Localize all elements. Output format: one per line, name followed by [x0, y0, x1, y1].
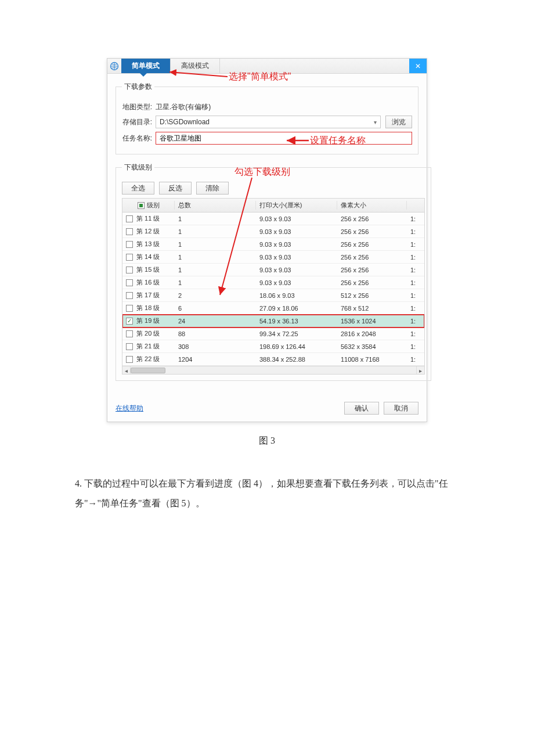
row-pixel-size: 256 x 256: [337, 254, 407, 261]
download-params-group: 下载参数 地图类型: 卫星.谷歌(有偏移) 存储目录: D:\SGDownloa…: [116, 82, 418, 154]
row-print-size: 27.09 x 18.06: [256, 305, 337, 312]
row-count: 1: [175, 215, 256, 222]
row-scale: 1:: [407, 267, 424, 273]
row-scale: 1:: [407, 305, 424, 312]
row-count: 1: [175, 228, 256, 235]
online-help-link[interactable]: 在线帮助: [116, 404, 143, 413]
table-row[interactable]: 第 22 级1204388.34 x 252.8811008 x 71681:: [122, 353, 424, 366]
download-levels-legend: 下载级别: [122, 163, 154, 172]
row-scale: 1:: [407, 254, 424, 261]
header-level: 级别: [147, 201, 160, 210]
row-checkbox[interactable]: [126, 305, 133, 312]
map-type-value: 卫星.谷歌(有偏移): [156, 102, 412, 112]
invert-select-button[interactable]: 反选: [159, 182, 192, 195]
map-type-label: 地图类型:: [122, 102, 156, 112]
row-level: 第 11 级: [136, 214, 160, 223]
cancel-button[interactable]: 取消: [384, 402, 418, 415]
row-level: 第 14 级: [136, 253, 160, 261]
row-checkbox[interactable]: [126, 267, 133, 273]
row-level: 第 16 级: [136, 278, 160, 287]
header-checkbox[interactable]: [138, 202, 145, 209]
caret-down-icon: ▾: [374, 119, 377, 125]
row-pixel-size: 1536 x 1024: [337, 318, 407, 325]
table-row[interactable]: 第 13 级19.03 x 9.03256 x 2561:: [122, 238, 424, 251]
download-params-legend: 下载参数: [122, 82, 154, 92]
row-pixel-size: 256 x 256: [337, 241, 407, 248]
row-pixel-size: 512 x 256: [337, 292, 407, 299]
tab-simple-mode[interactable]: 简单模式: [121, 59, 171, 73]
row-count: 88: [175, 330, 256, 337]
row-checkbox[interactable]: [126, 343, 133, 350]
table-row[interactable]: 第 17 级218.06 x 9.03512 x 2561:: [122, 289, 424, 302]
row-level: 第 13 级: [136, 240, 160, 249]
table-row[interactable]: 第 18 级627.09 x 18.06768 x 5121:: [122, 302, 424, 315]
row-pixel-size: 256 x 256: [337, 267, 407, 273]
row-count: 1: [175, 254, 256, 261]
row-pixel-size: 5632 x 3584: [337, 343, 407, 350]
row-print-size: 9.03 x 9.03: [256, 254, 337, 261]
select-all-button[interactable]: 全选: [122, 182, 154, 195]
row-level: 第 18 级: [136, 304, 160, 312]
figure-caption: 图 3: [0, 435, 534, 447]
ok-button[interactable]: 确认: [344, 402, 379, 415]
table-header: 级别 总数 打印大小(厘米) 像素大小: [122, 199, 424, 213]
tab-advanced-mode[interactable]: 高级模式: [171, 59, 220, 73]
row-checkbox[interactable]: [126, 292, 133, 299]
row-print-size: 388.34 x 252.88: [256, 356, 337, 363]
instruction-paragraph: 4. 下载的过程中可以在最下方看到进度（图 4），如果想要查看下载任务列表，可以…: [75, 474, 459, 513]
close-button[interactable]: ✕: [409, 59, 427, 73]
row-count: 1204: [175, 356, 256, 363]
table-row[interactable]: ✓第 19 级2454.19 x 36.131536 x 10241:: [122, 315, 424, 327]
header-count: 总数: [175, 201, 256, 210]
scroll-left-icon[interactable]: ◂: [122, 366, 131, 375]
row-checkbox[interactable]: [126, 279, 133, 286]
clear-select-button[interactable]: 清除: [196, 182, 229, 195]
row-print-size: 54.19 x 36.13: [256, 318, 337, 325]
titlebar: 简单模式 高级模式 ✕: [107, 59, 427, 74]
scroll-right-icon[interactable]: ▸: [416, 366, 424, 375]
scrollbar-thumb[interactable]: [131, 368, 165, 373]
close-icon: ✕: [415, 62, 421, 70]
table-row[interactable]: 第 16 级19.03 x 9.03256 x 2561:: [122, 276, 424, 289]
row-pixel-size: 2816 x 2048: [337, 330, 407, 337]
row-scale: 1:: [407, 330, 424, 337]
row-level: 第 22 级: [136, 355, 160, 363]
row-scale: 1:: [407, 228, 424, 235]
storage-dir-value: D:\SGDownload: [160, 118, 210, 126]
browse-button[interactable]: 浏览: [385, 116, 412, 128]
row-checkbox[interactable]: ✓: [126, 318, 133, 325]
row-count: 2: [175, 292, 256, 299]
storage-dir-label: 存储目录:: [122, 117, 156, 127]
row-pixel-size: 11008 x 7168: [337, 356, 407, 363]
header-pixel-size: 像素大小: [337, 201, 407, 210]
row-level: 第 12 级: [136, 227, 160, 236]
row-checkbox[interactable]: [126, 241, 133, 248]
table-row[interactable]: 第 20 级8899.34 x 72.252816 x 20481:: [122, 327, 424, 340]
row-pixel-size: 256 x 256: [337, 279, 407, 286]
row-checkbox[interactable]: [126, 215, 133, 222]
horizontal-scrollbar[interactable]: ◂ ▸: [122, 366, 424, 374]
row-print-size: 9.03 x 9.03: [256, 267, 337, 273]
row-checkbox[interactable]: [126, 228, 133, 235]
row-checkbox[interactable]: [126, 330, 133, 337]
table-row[interactable]: 第 11 级19.03 x 9.03256 x 2561:: [122, 213, 424, 225]
task-name-input[interactable]: [156, 132, 412, 145]
globe-icon: [107, 59, 121, 73]
row-count: 1: [175, 279, 256, 286]
row-checkbox[interactable]: [126, 356, 133, 363]
row-scale: 1:: [407, 292, 424, 299]
task-name-label: 任务名称:: [122, 134, 156, 143]
row-print-size: 99.34 x 72.25: [256, 330, 337, 337]
table-row[interactable]: 第 21 级308198.69 x 126.445632 x 35841:: [122, 340, 424, 353]
table-row[interactable]: 第 15 级19.03 x 9.03256 x 2561:: [122, 264, 424, 276]
dialog-footer: 在线帮助 确认 取消: [107, 396, 427, 422]
row-scale: 1:: [407, 279, 424, 286]
row-level: 第 20 级: [136, 329, 160, 338]
row-count: 1: [175, 241, 256, 248]
table-row[interactable]: 第 14 级19.03 x 9.03256 x 2561:: [122, 251, 424, 264]
row-pixel-size: 768 x 512: [337, 305, 407, 312]
table-row[interactable]: 第 12 级19.03 x 9.03256 x 2561:: [122, 225, 424, 238]
row-checkbox[interactable]: [126, 254, 133, 261]
row-scale: 1:: [407, 343, 424, 350]
storage-dir-combo[interactable]: D:\SGDownload ▾: [156, 116, 381, 128]
